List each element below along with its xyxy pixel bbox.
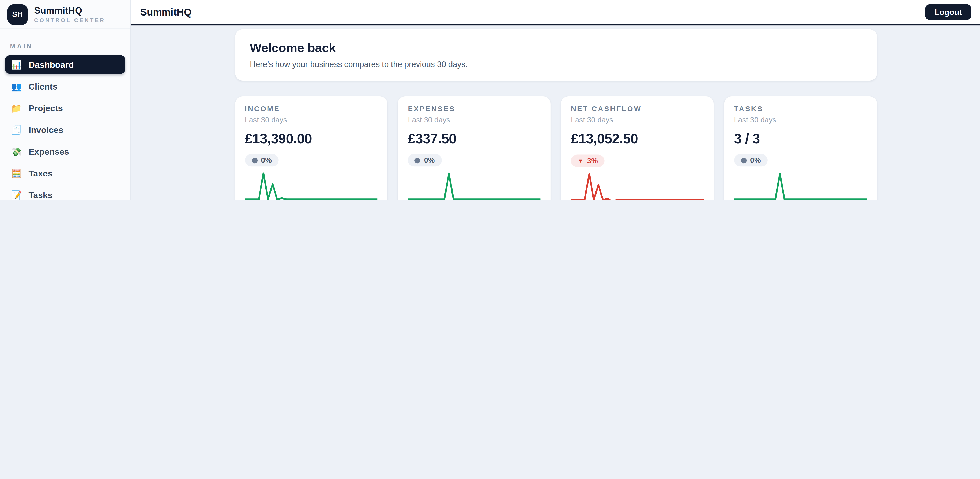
topbar-title: SummitHQ — [140, 6, 191, 18]
stat-value: £337.50 — [408, 131, 541, 147]
folder-icon: 📁 — [11, 103, 22, 113]
trend-badge: ▼3% — [571, 155, 605, 167]
expenses-sparkline — [408, 171, 541, 200]
trend-marker-icon — [741, 157, 746, 163]
welcome-card: Welcome back Here’s how your business co… — [235, 29, 877, 81]
sidebar-item-dashboard[interactable]: 📊 Dashboard — [5, 55, 126, 74]
sidebar-item-label: Taxes — [29, 168, 52, 178]
welcome-subtitle: Here’s how your business compares to the… — [250, 59, 862, 69]
memo-icon: 📝 — [11, 190, 22, 200]
stat-label: NET CASHFLOW — [571, 105, 703, 113]
stat-card-income: INCOME Last 30 days £13,390.00 0% Compar… — [235, 96, 387, 200]
brand-tagline: CONTROL CENTER — [34, 18, 105, 24]
sidebar-item-expenses[interactable]: 💸 Expenses — [5, 142, 126, 161]
sidebar-item-tasks[interactable]: 📝 Tasks — [5, 186, 126, 200]
sidebar-item-label: Expenses — [29, 147, 69, 156]
stat-value: 3 / 3 — [734, 131, 867, 147]
app-window: SH SummitHQ CONTROL CENTER MAIN 📊 Dashbo… — [0, 0, 980, 200]
trend-badge: 0% — [245, 154, 278, 166]
sidebar-item-label: Dashboard — [29, 59, 74, 69]
bar-chart-icon: 📊 — [11, 59, 22, 69]
stat-period: Last 30 days — [245, 115, 377, 124]
brand-header: SH SummitHQ CONTROL CENTER — [0, 0, 130, 29]
logout-button[interactable]: Logout — [925, 5, 971, 20]
main-content: Welcome back Here’s how your business co… — [131, 26, 980, 200]
sidebar: SH SummitHQ CONTROL CENTER MAIN 📊 Dashbo… — [0, 0, 131, 200]
stat-period: Last 30 days — [734, 115, 867, 124]
sidebar-item-label: Tasks — [29, 190, 52, 200]
stat-card-tasks: TASKS Last 30 days 3 / 3 0% Compared to … — [724, 96, 877, 200]
people-icon: 👥 — [11, 81, 22, 91]
stat-card-expenses: EXPENSES Last 30 days £337.50 0% Compare… — [398, 96, 550, 200]
stat-label: EXPENSES — [408, 105, 541, 113]
stat-value: £13,052.50 — [571, 131, 703, 147]
sidebar-item-invoices[interactable]: 🧾 Invoices — [5, 121, 126, 139]
stat-label: INCOME — [245, 105, 377, 113]
net-cashflow-sparkline — [571, 171, 703, 200]
brand-logo: SH — [8, 4, 28, 25]
income-sparkline — [245, 171, 377, 200]
stat-card-net-cashflow: NET CASHFLOW Last 30 days £13,052.50 ▼3%… — [561, 96, 714, 200]
sidebar-item-clients[interactable]: 👥 Clients — [5, 77, 126, 96]
sidebar-section-label: MAIN — [10, 42, 120, 49]
topbar: SummitHQ Logout — [131, 0, 980, 26]
money-wings-icon: 💸 — [11, 147, 22, 156]
trend-badge: 0% — [734, 154, 768, 166]
sidebar-item-label: Invoices — [29, 125, 63, 134]
stat-period: Last 30 days — [571, 115, 703, 124]
stat-period: Last 30 days — [408, 115, 541, 124]
receipt-icon: 🧾 — [11, 125, 22, 134]
abacus-icon: 🧮 — [11, 168, 22, 178]
tasks-sparkline — [734, 171, 867, 200]
trend-marker-icon — [251, 157, 257, 163]
trend-badge: 0% — [408, 154, 441, 166]
welcome-title: Welcome back — [250, 41, 862, 55]
trend-down-icon: ▼ — [578, 158, 583, 164]
sidebar-item-label: Clients — [29, 81, 57, 91]
stats-row: INCOME Last 30 days £13,390.00 0% Compar… — [235, 96, 877, 200]
sidebar-item-projects[interactable]: 📁 Projects — [5, 99, 126, 118]
sidebar-item-label: Projects — [29, 103, 63, 113]
stat-value: £13,390.00 — [245, 131, 377, 147]
brand-name: SummitHQ — [34, 5, 105, 16]
stat-label: TASKS — [734, 105, 867, 113]
sidebar-nav: 📊 Dashboard 👥 Clients 📁 Projects 🧾 Invoi… — [0, 55, 130, 200]
sidebar-item-taxes[interactable]: 🧮 Taxes — [5, 164, 126, 183]
trend-marker-icon — [415, 157, 420, 163]
